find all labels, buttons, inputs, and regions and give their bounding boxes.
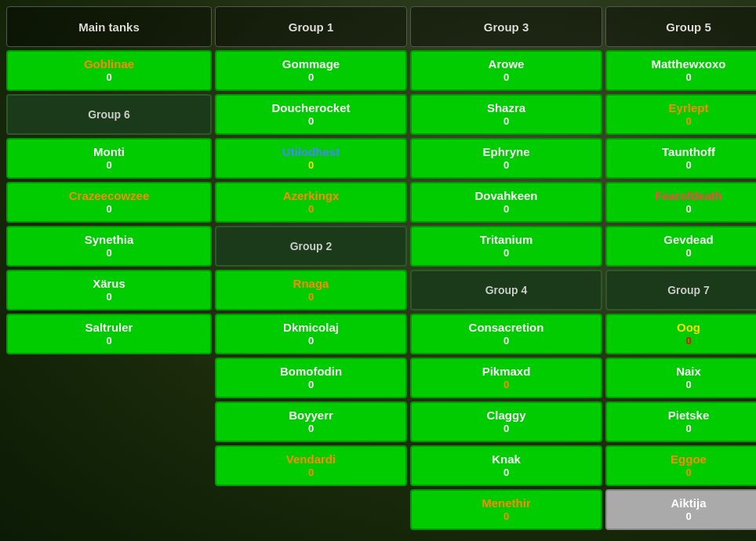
player-name: Dkmicolaj bbox=[283, 321, 339, 335]
cell-r6-c0: Saltruler0 bbox=[6, 314, 212, 354]
player-score: 0 bbox=[308, 379, 314, 391]
player-name: Utilodhest bbox=[282, 145, 340, 159]
player-score: 0 bbox=[308, 467, 314, 479]
player-score: 0 bbox=[685, 467, 691, 479]
player-name: Taunthoff bbox=[662, 145, 715, 159]
header-col-2: Group 3 bbox=[410, 6, 602, 47]
player-name: Gommage bbox=[282, 57, 340, 71]
cell-r2-c0: Monti0 bbox=[6, 138, 212, 179]
cell-r9-c1: Vendardi0 bbox=[215, 445, 407, 486]
cell-r8-c0 bbox=[6, 401, 212, 442]
cell-r0-c2: Arowe0 bbox=[410, 50, 602, 91]
player-score: 0 bbox=[503, 510, 509, 523]
cell-r10-c0 bbox=[6, 489, 212, 530]
cell-r5-c1: Rnaga0 bbox=[215, 270, 407, 310]
cell-r8-c1: Boyyerr0 bbox=[215, 401, 407, 442]
player-score: 0 bbox=[685, 115, 691, 128]
player-name: Fearofdeath bbox=[655, 189, 722, 203]
cell-r4-c3: Gevdead0 bbox=[605, 226, 756, 267]
cell-r7-c3: Naix0 bbox=[605, 358, 756, 398]
cell-r0-c0: Goblinae0 bbox=[6, 50, 212, 91]
cell-r8-c2: Claggy0 bbox=[410, 401, 602, 442]
player-score: 0 bbox=[503, 335, 509, 347]
player-name: Dovahkeen bbox=[474, 189, 537, 203]
cell-r6-c1: Dkmicolaj0 bbox=[215, 314, 407, 354]
player-score: 0 bbox=[106, 247, 111, 260]
group-label: Group 4 bbox=[485, 284, 528, 296]
player-score: 0 bbox=[308, 335, 314, 347]
player-score: 0 bbox=[685, 71, 691, 84]
group-label: Group 7 bbox=[667, 284, 710, 296]
player-score: 0 bbox=[685, 510, 691, 523]
cell-r1-c3: Eyrlept0 bbox=[605, 94, 756, 135]
player-score: 0 bbox=[503, 247, 509, 260]
player-score: 0 bbox=[106, 159, 111, 172]
player-name: Crazeecowzee bbox=[69, 189, 150, 203]
player-name: Shazra bbox=[487, 101, 525, 115]
player-score: 0 bbox=[503, 379, 509, 391]
player-name: Doucherocket bbox=[271, 101, 350, 115]
cell-r6-c3: Oog0 bbox=[605, 314, 756, 354]
group-label: Group 6 bbox=[88, 108, 130, 121]
player-name: Matthewxoxo bbox=[651, 57, 725, 71]
player-name: Boyyerr bbox=[289, 408, 333, 423]
cell-r1-c0: Group 6 bbox=[6, 94, 212, 135]
player-name: Pikmaxd bbox=[482, 365, 531, 379]
player-score: 0 bbox=[503, 71, 509, 84]
player-name: Eggoe bbox=[671, 452, 707, 467]
cell-r7-c1: Bomofodin0 bbox=[215, 358, 407, 398]
cell-r0-c1: Gommage0 bbox=[215, 50, 407, 91]
cell-r10-c1 bbox=[215, 489, 407, 530]
player-score: 0 bbox=[685, 335, 691, 347]
player-score: 0 bbox=[106, 335, 111, 347]
player-score: 0 bbox=[685, 379, 691, 391]
player-score: 0 bbox=[308, 423, 314, 435]
cell-r6-c2: Consacretion0 bbox=[410, 314, 602, 354]
player-name: Ephryne bbox=[482, 145, 529, 159]
header-label-2: Group 3 bbox=[484, 20, 529, 34]
cell-r5-c0: Xärus0 bbox=[6, 270, 212, 310]
cell-r5-c3: Group 7 bbox=[605, 270, 756, 310]
player-name: Arowe bbox=[489, 57, 525, 71]
cell-r7-c0 bbox=[6, 358, 212, 398]
player-name: Aiktija bbox=[671, 496, 706, 510]
cell-r2-c3: Taunthoff0 bbox=[605, 138, 756, 179]
cell-r2-c1: Utilodhest0 bbox=[215, 138, 407, 179]
cell-r4-c1: Group 2 bbox=[215, 226, 407, 267]
cell-r9-c3: Eggoe0 bbox=[605, 445, 756, 486]
player-name: Xärus bbox=[93, 277, 125, 291]
player-score: 0 bbox=[106, 203, 111, 216]
player-score: 0 bbox=[503, 423, 509, 435]
player-score: 0 bbox=[503, 467, 509, 479]
player-score: 0 bbox=[503, 203, 509, 216]
player-name: Rnaga bbox=[293, 277, 329, 291]
cell-r8-c3: Pietske0 bbox=[605, 401, 756, 442]
player-name: Monti bbox=[93, 145, 125, 159]
cell-r3-c2: Dovahkeen0 bbox=[410, 182, 602, 223]
cell-r2-c2: Ephryne0 bbox=[410, 138, 602, 179]
player-name: Naix bbox=[676, 365, 701, 379]
main-grid: Main tanks Group 1 Group 3 Group 5 Gobli… bbox=[0, 0, 756, 536]
player-score: 0 bbox=[503, 159, 509, 172]
cell-r9-c2: Knak0 bbox=[410, 445, 602, 486]
cell-r4-c2: Tritanium0 bbox=[410, 226, 602, 267]
cell-r3-c1: Azerkingx0 bbox=[215, 182, 407, 223]
cell-r7-c2: Pikmaxd0 bbox=[410, 358, 602, 398]
player-score: 0 bbox=[503, 115, 509, 128]
player-name: Knak bbox=[492, 452, 521, 467]
player-score: 0 bbox=[308, 291, 314, 303]
player-score: 0 bbox=[308, 159, 314, 172]
cell-r0-c3: Matthewxoxo0 bbox=[605, 50, 756, 91]
player-name: Pietske bbox=[668, 408, 710, 423]
cell-r5-c2: Group 4 bbox=[410, 270, 602, 310]
player-name: Menethir bbox=[482, 496, 531, 510]
player-score: 0 bbox=[308, 115, 314, 128]
player-score: 0 bbox=[106, 71, 111, 84]
player-score: 0 bbox=[685, 159, 691, 172]
player-score: 0 bbox=[685, 423, 691, 435]
player-score: 0 bbox=[106, 291, 111, 303]
player-name: Gevdead bbox=[663, 233, 713, 247]
player-name: Tritanium bbox=[480, 233, 533, 247]
player-score: 0 bbox=[308, 71, 314, 84]
cell-r3-c0: Crazeecowzee0 bbox=[6, 182, 212, 223]
